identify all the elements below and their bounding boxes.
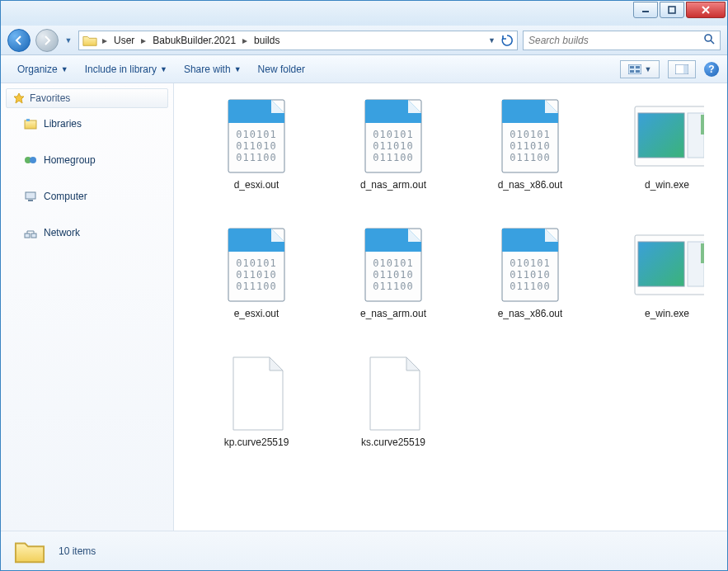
file-label: e_nas_arm.out	[360, 308, 426, 319]
binary-file-icon: 010101011010011100	[497, 225, 563, 304]
svg-text:011010: 011010	[373, 140, 413, 152]
svg-rect-9	[683, 65, 688, 73]
binary-file-icon: 010101011010011100	[360, 225, 426, 304]
minimize-button[interactable]	[633, 2, 658, 18]
svg-rect-16	[25, 234, 30, 238]
svg-text:011010: 011010	[510, 269, 550, 281]
back-button[interactable]	[7, 29, 31, 52]
svg-text:011100: 011100	[236, 281, 276, 292]
include-in-library-menu[interactable]: Include in library▼	[77, 60, 176, 78]
view-mode-button[interactable]: ▼	[620, 60, 660, 78]
status-item-count: 10 items	[59, 545, 96, 557]
nav-history-dropdown[interactable]: ▼	[63, 36, 73, 45]
command-bar: Organize▼ Include in library▼ Share with…	[1, 55, 727, 83]
svg-text:011100: 011100	[236, 152, 276, 163]
breadcrumb-user[interactable]: User	[112, 35, 136, 46]
binary-file-icon: 010101011010011100	[223, 225, 289, 304]
explorer-window: ▼ ▸ User ▸ BabukBuilder.2021 ▸ builds ▼ …	[0, 0, 728, 571]
svg-rect-31	[638, 113, 684, 158]
help-button[interactable]: ?	[704, 62, 719, 77]
file-item[interactable]: ks.curve25519	[327, 352, 459, 476]
svg-rect-7	[636, 70, 640, 73]
preview-pane-icon	[675, 64, 688, 74]
svg-text:010101: 010101	[510, 257, 550, 269]
svg-rect-33	[701, 115, 704, 134]
breadcrumb-project[interactable]: BabukBuilder.2021	[151, 35, 237, 46]
file-label: d_win.exe	[645, 179, 689, 191]
sidebar-homegroup[interactable]: Homegroup	[1, 148, 173, 172]
svg-rect-1	[669, 7, 675, 13]
navigation-pane: Favorites Libraries Homegroup Computer N…	[1, 83, 174, 531]
svg-rect-3	[628, 64, 641, 74]
file-item[interactable]: d_win.exe	[601, 95, 727, 219]
chevron-right-icon: ▸	[139, 35, 148, 46]
svg-rect-17	[31, 234, 36, 238]
network-icon	[24, 227, 37, 238]
svg-rect-11	[26, 119, 30, 121]
thumbnails-icon	[628, 64, 641, 74]
forward-button[interactable]	[35, 29, 59, 52]
star-icon	[13, 92, 25, 104]
svg-rect-47	[638, 242, 684, 286]
svg-rect-0	[642, 11, 649, 12]
exe-file-icon	[630, 103, 704, 169]
search-icon[interactable]	[703, 33, 715, 47]
address-tail: ▼	[488, 34, 514, 47]
svg-rect-6	[630, 70, 634, 73]
file-item[interactable]: kp.curve25519	[190, 352, 322, 476]
folder-icon	[14, 537, 45, 565]
svg-rect-49	[701, 243, 704, 263]
blank-file-icon	[360, 354, 426, 433]
file-label: d_esxi.out	[234, 179, 279, 191]
chevron-right-icon: ▸	[241, 35, 249, 46]
sidebar-favorites-header[interactable]: Favorites	[6, 88, 168, 108]
file-item[interactable]: e_win.exe	[601, 224, 727, 347]
file-label: ks.curve25519	[361, 437, 425, 448]
preview-pane-button[interactable]	[668, 60, 696, 78]
homegroup-icon	[24, 154, 37, 166]
file-label: e_nas_x86.out	[498, 308, 563, 319]
refresh-icon[interactable]	[500, 34, 514, 47]
address-bar[interactable]: ▸ User ▸ BabukBuilder.2021 ▸ builds ▼	[78, 31, 518, 50]
blank-file-icon	[223, 354, 289, 433]
sidebar-libraries[interactable]: Libraries	[1, 111, 173, 136]
titlebar	[1, 1, 727, 26]
new-folder-button[interactable]: New folder	[250, 60, 313, 78]
maximize-button[interactable]	[660, 2, 684, 18]
svg-rect-4	[630, 66, 634, 68]
svg-text:010101: 010101	[236, 129, 276, 140]
file-item[interactable]: 010101011010011100 d_nas_x86.out	[464, 95, 596, 219]
file-item[interactable]: 010101011010011100 e_nas_x86.out	[464, 224, 596, 347]
status-bar: 10 items	[1, 531, 727, 570]
svg-text:011100: 011100	[510, 152, 550, 163]
svg-text:010101: 010101	[373, 129, 413, 140]
file-item[interactable]: 010101011010011100 e_esxi.out	[190, 224, 322, 347]
svg-point-13	[30, 157, 36, 163]
exe-file-icon	[630, 232, 704, 298]
sidebar-network[interactable]: Network	[1, 220, 173, 245]
svg-text:011010: 011010	[236, 140, 276, 152]
organize-menu[interactable]: Organize▼	[9, 60, 77, 78]
file-label: e_win.exe	[645, 308, 689, 319]
file-item[interactable]: 010101011010011100 e_nas_arm.out	[327, 224, 459, 347]
file-item[interactable]: 010101011010011100 d_esxi.out	[190, 95, 322, 219]
file-label: d_nas_x86.out	[498, 179, 563, 191]
address-dropdown-icon[interactable]: ▼	[488, 36, 496, 45]
svg-rect-10	[25, 120, 36, 129]
svg-text:010101: 010101	[236, 257, 276, 269]
svg-text:010101: 010101	[373, 257, 413, 269]
computer-icon	[24, 191, 37, 202]
file-list[interactable]: 010101011010011100 d_esxi.out 0101010110…	[174, 83, 727, 531]
file-label: e_esxi.out	[234, 308, 279, 319]
search-input[interactable]: Search builds	[523, 31, 721, 50]
svg-point-2	[705, 35, 712, 41]
breadcrumb-builds[interactable]: builds	[252, 35, 281, 46]
share-with-menu[interactable]: Share with▼	[176, 60, 250, 78]
file-item[interactable]: 010101011010011100 d_nas_arm.out	[327, 95, 459, 219]
svg-text:011010: 011010	[236, 269, 276, 281]
svg-rect-15	[28, 200, 33, 201]
close-button[interactable]	[686, 2, 726, 18]
sidebar-computer[interactable]: Computer	[1, 184, 173, 209]
svg-text:011010: 011010	[373, 269, 413, 281]
svg-text:011100: 011100	[373, 281, 413, 292]
